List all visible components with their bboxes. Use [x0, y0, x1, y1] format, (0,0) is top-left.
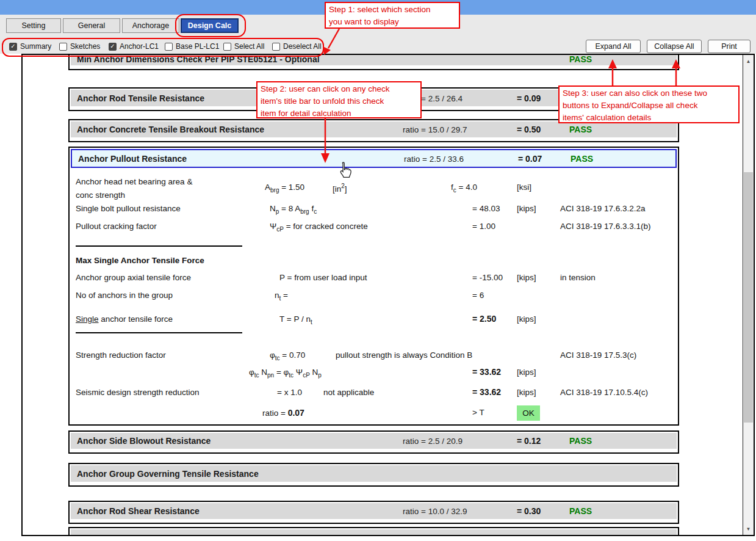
tab-anchorage-label: Anchorage [132, 21, 169, 30]
deselect-all-checkbox[interactable]: ✓ [272, 43, 280, 51]
check-ratio: ratio = 2.5 / 20.9 [403, 437, 463, 446]
expand-all-button[interactable]: Expand All [586, 40, 641, 53]
check-header-side-blowout[interactable]: Anchor Side Blowout Resistance ratio = 2… [71, 433, 677, 449]
sketches-checkbox[interactable]: ✓ [59, 43, 67, 51]
check-header-pullout[interactable]: Anchor Pullout Resistance ratio = 2.5 / … [71, 149, 677, 168]
scrollbar-thumb[interactable] [744, 172, 753, 423]
row-label: Seismic design strength reduction [76, 388, 200, 397]
ok-label: OK [522, 408, 535, 418]
code-ref: ACI 318-19 17.10.5.4(c) [560, 388, 648, 397]
compare: > T [472, 408, 484, 417]
check-icon: ✓ [10, 43, 15, 49]
tab-design-calc[interactable]: Design Calc [181, 18, 239, 33]
vertical-scrollbar[interactable]: ▲ ▼ [743, 55, 754, 535]
check-title: Anchor Concrete Tensile Breakout Resista… [77, 125, 264, 134]
unit: [ksi] [517, 183, 531, 192]
select-all-checkbox[interactable]: ✓ [223, 43, 231, 51]
check-title: Anchor Pullout Resistance [78, 154, 187, 164]
value: = 48.03 [472, 204, 500, 213]
formula: P = from user load input [279, 273, 367, 282]
filter-anchor-lc1[interactable]: ✓ Anchor-LC1 [109, 41, 159, 52]
formula: Np = 8 Abrg fc [270, 204, 317, 215]
anchor-lc1-checkbox[interactable]: ✓ [109, 43, 117, 51]
tab-design-calc-label: Design Calc [188, 21, 232, 30]
check-item-rod-shear: Anchor Rod Shear Resistance ratio = 10.0… [68, 501, 679, 524]
check-header-rod-shear[interactable]: Anchor Rod Shear Resistance ratio = 10.0… [71, 503, 677, 519]
unit: [kips] [517, 368, 536, 377]
filter-select-all[interactable]: ✓ Select All [223, 41, 264, 52]
row-label: conc strength [76, 191, 125, 200]
check-item-side-blowout: Anchor Side Blowout Resistance ratio = 2… [68, 430, 679, 454]
tab-general[interactable]: General [63, 18, 120, 33]
unit: [kips] [517, 314, 536, 324]
label-rest: anchor tensile force [99, 314, 173, 324]
formula: ΨcP = for cracked concrete [270, 222, 368, 233]
row-label: Anchor group axial tensile force [76, 273, 191, 282]
filter-sketches-label: Sketches [70, 42, 100, 51]
check-header-min-dims[interactable]: Min Anchor Dimensions Check Per PIP STE0… [71, 54, 677, 65]
filter-anchor-lc1-label: Anchor-LC1 [120, 42, 159, 51]
filter-summary-label: Summary [20, 42, 51, 51]
unit: [kips] [517, 388, 536, 397]
check-item-min-dims: Min Anchor Dimensions Check Per PIP STE0… [68, 54, 679, 70]
check-title: Anchor Rod Tensile Resistance [77, 93, 204, 103]
filter-deselect-all[interactable]: ✓ Deselect All [272, 41, 322, 52]
note: not applicable [323, 388, 374, 397]
divider [76, 332, 242, 333]
print-label: Print [721, 42, 737, 51]
tab-anchorage[interactable]: Anchorage [122, 18, 179, 33]
callout-step2: Step 2: user can click on any check item… [256, 81, 422, 118]
check-ratio: ratio = 15.0 / 29.7 [403, 125, 467, 134]
status-pass: PASS [569, 506, 592, 516]
check-item-group-governing: Anchor Group Governing Tensile Resistanc… [68, 463, 679, 487]
collapse-all-button[interactable]: Collapse All [647, 40, 702, 53]
value: = 2.50 [472, 314, 496, 324]
calc-report-panel: Min Anchor Dimensions Check Per PIP STE0… [21, 54, 755, 536]
scroll-down-icon[interactable]: ▼ [743, 524, 754, 534]
check-title: Anchor Side Blowout Resistance [77, 436, 211, 446]
check-header-next-partial[interactable] [71, 529, 677, 536]
expand-all-label: Expand All [595, 42, 631, 51]
check-ratio: ratio = 2.5 / 33.6 [404, 154, 464, 163]
check-value: = 0.09 [517, 93, 541, 103]
formula: nt = [275, 291, 288, 302]
row-label: Single anchor tensile force [76, 314, 173, 324]
note: in tension [560, 273, 596, 282]
row-label: Strength reduction factor [76, 350, 166, 360]
ok-status-badge: OK [517, 405, 540, 421]
filter-summary[interactable]: ✓ Summary [9, 41, 51, 52]
value: = 33.62 [472, 387, 501, 397]
check-title: Anchor Group Governing Tensile Resistanc… [77, 469, 259, 479]
section-heading: Max Single Anchor Tensile Force [76, 256, 204, 265]
filter-sketches[interactable]: ✓ Sketches [59, 41, 100, 52]
check-header-group-governing[interactable]: Anchor Group Governing Tensile Resistanc… [71, 465, 677, 482]
check-ratio: ratio = 10.0 / 32.9 [403, 507, 467, 516]
value: = -15.00 [472, 273, 503, 282]
unit: [kips] [517, 204, 536, 213]
tab-setting[interactable]: Setting [6, 18, 61, 33]
value: = 6 [472, 291, 484, 300]
status-pass: PASS [569, 436, 592, 446]
check-value: = 0.12 [517, 436, 541, 446]
formula: = x 1.0 [277, 388, 302, 397]
row-label: No of anchors in the group [76, 291, 173, 300]
code-ref: ACI 318-19 17.6.3.3.1(b) [560, 222, 651, 231]
formula: T = P / nt [279, 314, 312, 325]
filter-base-pl-lc1[interactable]: ✓ Base PL-LC1 [165, 41, 219, 52]
row-label: Pullout cracking factor [76, 222, 157, 231]
check-title: Anchor Rod Shear Resistance [77, 506, 200, 516]
app-window: Setting General Anchorage Design Calc ✓ … [0, 0, 756, 541]
row-label: Single bolt pullout resistance [76, 204, 181, 213]
summary-checkbox[interactable]: ✓ [9, 43, 17, 51]
print-button[interactable]: Print [708, 40, 751, 53]
value: = 33.62 [472, 367, 501, 377]
check-value: = 0.30 [517, 506, 541, 516]
status-pass: PASS [569, 54, 592, 64]
collapse-all-label: Collapse All [654, 42, 694, 51]
base-pl-lc1-checkbox[interactable]: ✓ [165, 43, 173, 51]
scroll-up-icon[interactable]: ▲ [743, 56, 754, 66]
check-icon: ✓ [110, 43, 115, 49]
check-value: = 0.07 [518, 154, 542, 164]
check-item-next-partial [68, 527, 679, 536]
status-pass: PASS [569, 125, 592, 134]
